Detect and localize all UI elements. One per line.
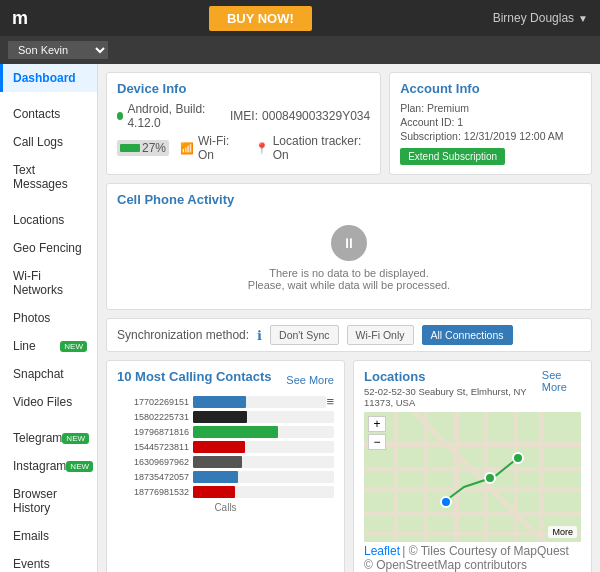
location-status: Location tracker: On — [273, 134, 371, 162]
chart-bar — [193, 456, 242, 468]
chart-bar — [193, 426, 278, 438]
wifi-status: Wi-Fi: On — [198, 134, 244, 162]
sidebar-item-line[interactable]: Line NEW — [0, 332, 97, 360]
battery-fill — [120, 144, 140, 152]
svg-rect-11 — [539, 412, 543, 542]
sidebar-item-events[interactable]: Events — [0, 550, 97, 572]
logo: m — [12, 8, 28, 29]
device-info-panel: Device Info Android, Build: 4.12.0 IMEI:… — [106, 72, 381, 175]
map-pin-blue — [440, 496, 452, 508]
chart-row: 15445723811 — [117, 441, 334, 453]
topbar: m BUY NOW! Birney Douglas ▼ — [0, 0, 600, 36]
sidebar-item-telegram[interactable]: Telegram NEW — [0, 424, 97, 452]
sidebar-item-call-logs[interactable]: Call Logs — [0, 128, 97, 156]
sidebar-item-photos[interactable]: Photos — [0, 304, 97, 332]
sidebar-item-dashboard[interactable]: Dashboard — [0, 64, 97, 92]
device-info-title: Device Info — [117, 81, 370, 96]
svg-rect-6 — [394, 412, 398, 542]
chart-bar — [193, 471, 238, 483]
chart-row: 18735472057 — [117, 471, 334, 483]
device-status-row: 27% 📶 Wi-Fi: On 📍 Location tracker: On — [117, 134, 370, 162]
chart-bar-wrap — [193, 396, 326, 408]
username: Birney Douglas — [493, 11, 574, 25]
chart-bar-wrap — [193, 441, 334, 453]
chart-bar — [193, 441, 245, 453]
activity-title: Cell Phone Activity — [117, 192, 581, 207]
device-os-row: Android, Build: 4.12.0 IMEI: 00084900332… — [117, 102, 370, 130]
imei-value: 000849003329Y034 — [262, 109, 370, 123]
battery-indicator: 27% — [117, 140, 169, 156]
chart-contact-label: 17702269151 — [117, 397, 189, 407]
chart-contact-label: 19796871816 — [117, 427, 189, 437]
map-more-label[interactable]: More — [548, 526, 577, 538]
pause-icon — [331, 225, 367, 261]
line-badge: NEW — [60, 341, 87, 352]
activity-empty-msg1: There is no data to be displayed. — [269, 267, 429, 279]
chart-bar-wrap — [193, 486, 334, 498]
locations-title: Locations — [364, 369, 542, 384]
battery-percent: 27% — [142, 141, 166, 155]
sidebar-item-browser-history[interactable]: Browser History — [0, 480, 97, 522]
chart-contact-label: 16309697962 — [117, 457, 189, 467]
sync-info-icon[interactable]: ℹ — [257, 328, 262, 343]
chart-contact-label: 15802225731 — [117, 412, 189, 422]
chart-bar-wrap — [193, 456, 334, 468]
all-connections-button[interactable]: All Connections — [422, 325, 513, 345]
map-container: + − More — [364, 412, 581, 542]
chart-bar-wrap — [193, 426, 334, 438]
chart-row: 15802225731 — [117, 411, 334, 423]
chart-contact-label: 18735472057 — [117, 472, 189, 482]
buy-now-button[interactable]: BUY NOW! — [209, 6, 312, 31]
svg-rect-7 — [424, 412, 428, 542]
chart-bar-wrap — [193, 411, 334, 423]
user-menu-arrow: ▼ — [578, 13, 588, 24]
sidebar-item-instagram[interactable]: Instagram NEW — [0, 452, 97, 480]
chart-menu-icon[interactable]: ≡ — [326, 394, 334, 409]
svg-rect-8 — [454, 412, 459, 542]
sidebar-item-emails[interactable]: Emails — [0, 522, 97, 550]
wifi-icon: 📶 — [180, 142, 194, 155]
sidebar-item-locations[interactable]: Locations — [0, 206, 97, 234]
extend-subscription-button[interactable]: Extend Subscription — [400, 148, 505, 165]
bottom-panels: 10 Most Calling Contacts See More ≡ 1770… — [106, 360, 592, 572]
calling-contacts-title: 10 Most Calling Contacts — [117, 369, 272, 384]
calling-see-more-link[interactable]: See More — [286, 374, 334, 386]
cell-phone-activity-panel: Cell Phone Activity There is no data to … — [106, 183, 592, 310]
chart-x-label: Calls — [117, 502, 334, 513]
sidebar-item-wifi-networks[interactable]: Wi-Fi Networks — [0, 262, 97, 304]
sidebar-item-snapchat[interactable]: Snapchat — [0, 360, 97, 388]
chart-row: 16309697962 — [117, 456, 334, 468]
user-select[interactable]: Son Kevin — [8, 41, 108, 59]
map-zoom-out[interactable]: − — [368, 434, 386, 450]
calling-contacts-panel: 10 Most Calling Contacts See More ≡ 1770… — [106, 360, 345, 572]
sidebar-item-contacts[interactable]: Contacts — [0, 100, 97, 128]
account-id-label: Account ID: 1 — [400, 116, 581, 128]
sidebar-item-video-files[interactable]: Video Files — [0, 388, 97, 416]
map-zoom-in[interactable]: + — [368, 416, 386, 432]
svg-rect-10 — [514, 412, 517, 542]
device-os: Android, Build: 4.12.0 — [127, 102, 219, 130]
main-layout: Dashboard Contacts Call Logs Text Messag… — [0, 64, 600, 572]
dont-sync-button[interactable]: Don't Sync — [270, 325, 338, 345]
sidebar-item-text-messages[interactable]: Text Messages — [0, 156, 97, 198]
chart-row: 17702269151 — [117, 396, 326, 408]
account-info-title: Account Info — [400, 81, 581, 96]
leaflet-link[interactable]: Leaflet — [364, 544, 400, 558]
sidebar-item-geo-fencing[interactable]: Geo Fencing — [0, 234, 97, 262]
location-address: 52-02-52-30 Seabury St, Elmhurst, NY 113… — [364, 386, 542, 408]
account-info-panel: Account Info Plan: Premium Account ID: 1… — [389, 72, 592, 175]
wifi-only-button[interactable]: Wi-Fi Only — [347, 325, 414, 345]
chart-contact-label: 15445723811 — [117, 442, 189, 452]
map-footer: Leaflet | © Tiles Courtesy of MapQuest ©… — [364, 544, 581, 572]
location-see-more-link[interactable]: See More — [542, 369, 581, 393]
chart-bar — [193, 411, 247, 423]
os-status-dot — [117, 112, 123, 120]
location-pin-icon: 📍 — [255, 142, 269, 155]
telegram-badge: NEW — [62, 433, 89, 444]
instagram-badge: NEW — [66, 461, 93, 472]
activity-empty-state: There is no data to be displayed. Please… — [117, 215, 581, 301]
user-menu[interactable]: Birney Douglas ▼ — [493, 11, 588, 25]
subbar: Son Kevin — [0, 36, 600, 64]
chart-bar — [193, 396, 246, 408]
sync-label: Synchronization method: — [117, 328, 249, 342]
